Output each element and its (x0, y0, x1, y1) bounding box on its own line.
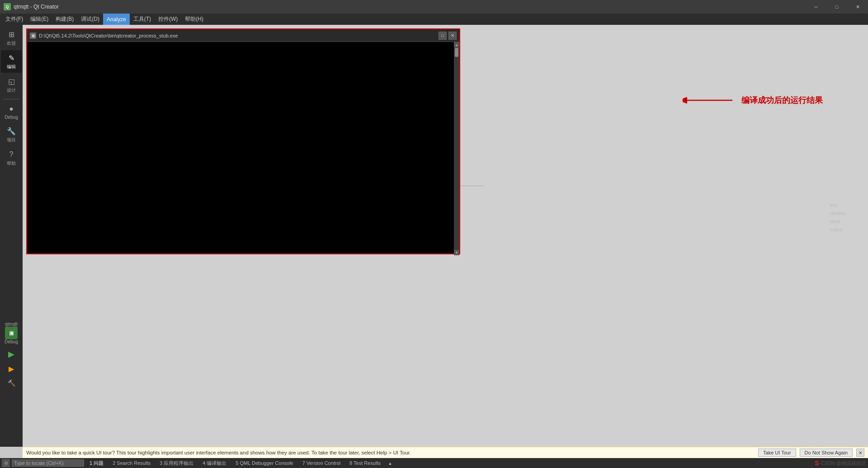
menu-debug[interactable]: 调试(D) (77, 14, 103, 25)
sidebar-item-help[interactable]: ? 帮助 (1, 147, 22, 169)
sidebar-welcome-label: 欢迎 (7, 40, 16, 47)
run-button[interactable]: ▶ (5, 348, 18, 360)
app-debug-label: Debug (5, 339, 18, 344)
window-title: qtmqtt - Qt Creator (14, 4, 59, 10)
menu-help[interactable]: 帮助(H) (181, 14, 207, 25)
tab-search-results[interactable]: 2 Search Results (109, 458, 154, 468)
menu-bar: 文件(F) 编辑(E) 构建(B) 调试(D) Analyze 工具(T) 控件… (0, 14, 868, 25)
csdn-area: S CSDN @师说脉纸语 (815, 459, 866, 467)
process-window-title: D:\Qt\Qt5.14.2\Tools\QtCreator\bin\qtcre… (39, 33, 439, 38)
status-bar: ⚙ Type to locate (Ctrl+K) 1 问题 2 Search … (0, 458, 868, 468)
sidebar-item-edit[interactable]: ✎ 编辑 (1, 50, 22, 73)
scrollbar-up[interactable]: ▲ (454, 42, 459, 47)
app-mini-label: qtmqtt ▣ Debug (1, 320, 22, 346)
sidebar-item-debug[interactable]: ● Debug (1, 101, 22, 122)
tab-qml-debugger[interactable]: 5 QML Debugger Console (232, 458, 297, 468)
annotation-text: 编译成功后的运行结果 (741, 95, 823, 106)
sidebar-debug-label: Debug (5, 115, 18, 120)
tab-issues[interactable]: 1 问题 (86, 458, 107, 468)
process-window: ▣ D:\Qt\Qt5.14.2\Tools\QtCreator\bin\qtc… (26, 28, 460, 254)
code-outline: tion ninition stem cation (830, 201, 845, 234)
do-not-show-button[interactable]: Do Not Show Again (800, 449, 853, 457)
process-title-bar: ▣ D:\Qt\Qt5.14.2\Tools\QtCreator\bin\qtc… (27, 29, 459, 42)
scrollbar-down[interactable]: ▼ (454, 250, 459, 255)
window-controls: ─ □ ✕ (806, 0, 868, 14)
code-outline-line-4: cation (830, 225, 845, 234)
tour-message: Would you like to take a quick UI tour? … (26, 450, 755, 455)
grey-line (457, 186, 484, 186)
scrollbar-track (454, 47, 459, 250)
process-close-button[interactable]: ✕ (448, 32, 457, 40)
close-button[interactable]: ✕ (847, 0, 868, 14)
debug-icon: ● (6, 104, 16, 114)
app-icon: Q (4, 3, 11, 10)
app-mini-icon: ▣ (5, 327, 18, 339)
sidebar-help-label: 帮助 (7, 160, 16, 167)
sidebar-project-label: 项目 (7, 137, 16, 143)
menu-widgets[interactable]: 控件(W) (155, 14, 181, 25)
help-icon: ? (6, 150, 16, 159)
tab-compile-output[interactable]: 4 编译输出 (199, 458, 230, 468)
tab-version-control[interactable]: 7 Version Control (299, 458, 344, 468)
tour-close-button[interactable]: ✕ (856, 449, 864, 457)
process-window-controls: □ ✕ (439, 32, 457, 40)
main-layout: ⊞ 欢迎 ✎ 编辑 ◱ 设计 ● Debug 🔧 项目 ? 帮助 ▣ (0, 25, 868, 447)
scrollbar-thumb[interactable] (455, 48, 458, 57)
menu-edit[interactable]: 编辑(E) (27, 14, 52, 25)
debug-run-button[interactable]: ▶ (5, 362, 18, 375)
process-window-icon: ▣ (30, 33, 36, 39)
maximize-button[interactable]: □ (826, 0, 847, 14)
process-maximize-button[interactable]: □ (439, 32, 447, 40)
minimize-button[interactable]: ─ (806, 0, 826, 14)
take-tour-button[interactable]: Take UI Tour (758, 449, 796, 457)
csdn-logo: S (815, 459, 819, 467)
app-name-label: qtmqtt (5, 322, 18, 327)
code-outline-line-2: ninition (830, 209, 845, 217)
sidebar-item-project[interactable]: 🔧 项目 (1, 123, 22, 146)
tour-notification-bar: Would you like to take a quick UI tour? … (23, 447, 868, 458)
title-bar: Q qtmqtt - Qt Creator ─ □ ✕ (0, 0, 868, 14)
build-status-icon[interactable]: ⚙ (2, 459, 10, 467)
process-content (27, 42, 459, 253)
build-button[interactable]: 🔨 (5, 377, 18, 389)
menu-file[interactable]: 文件(F) (2, 14, 27, 25)
process-scrollbar[interactable]: ▲ ▼ (454, 42, 459, 255)
code-outline-line-3: stem (830, 217, 845, 225)
menu-tools[interactable]: 工具(T) (130, 14, 155, 25)
search-bar[interactable]: Type to locate (Ctrl+K) (12, 459, 84, 467)
sidebar-item-welcome[interactable]: ⊞ 欢迎 (1, 27, 22, 49)
welcome-icon: ⊞ (6, 29, 16, 39)
sidebar-item-design[interactable]: ◱ 设计 (1, 74, 22, 96)
code-outline-line-1: tion (830, 201, 845, 209)
annotation-arrow (683, 96, 737, 105)
menu-analyze[interactable]: Analyze (103, 14, 130, 25)
sidebar-edit-label: 编辑 (7, 64, 16, 70)
project-icon: 🔧 (6, 126, 16, 136)
content-area: ▣ D:\Qt\Qt5.14.2\Tools\QtCreator\bin\qtc… (23, 25, 868, 447)
annotation: 编译成功后的运行结果 (683, 95, 823, 106)
edit-icon: ✎ (6, 53, 16, 63)
tab-app-output[interactable]: 3 应用程序输出 (156, 458, 197, 468)
menu-build[interactable]: 构建(B) (52, 14, 77, 25)
more-tabs-icon[interactable]: ▲ (386, 461, 394, 466)
sidebar-design-label: 设计 (7, 87, 16, 94)
run-controls: qtmqtt ▣ Debug ▶ ▶ 🔨 (0, 318, 23, 391)
csdn-text: CSDN @师说脉纸语 (821, 460, 866, 467)
sidebar-divider-1 (3, 99, 19, 99)
search-placeholder: Type to locate (Ctrl+K) (14, 460, 64, 466)
tab-test-results[interactable]: 8 Test Results (346, 458, 384, 468)
design-icon: ◱ (6, 76, 16, 86)
